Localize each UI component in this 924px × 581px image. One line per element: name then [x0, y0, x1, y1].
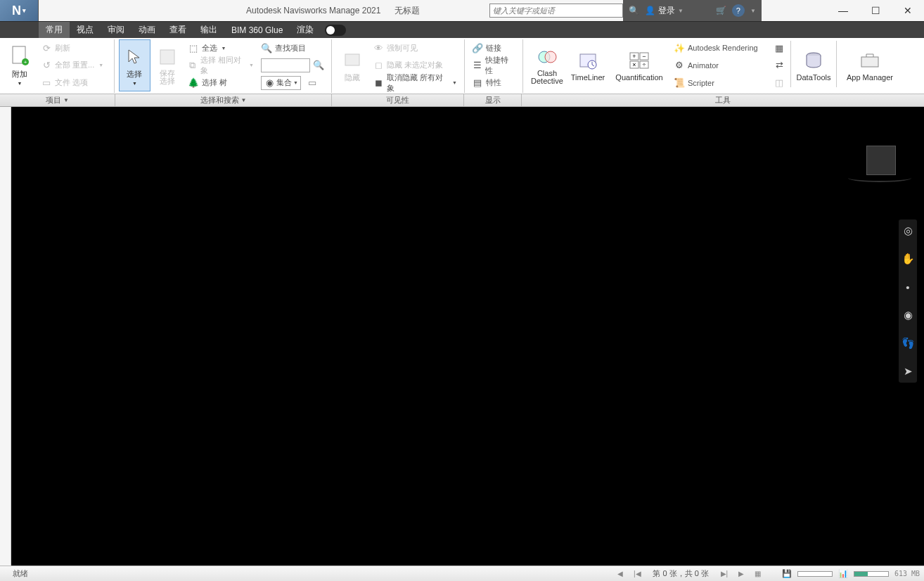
quick-props-button[interactable]: ☰快捷特性 [469, 58, 518, 73]
document-name: 无标题 [394, 6, 420, 15]
left-dock[interactable] [0, 107, 11, 566]
tab-common[interactable]: 常用 [39, 22, 70, 39]
select-all-button[interactable]: ⬚全选▼ [185, 40, 257, 56]
maximize-button[interactable]: ☐ [859, 0, 892, 21]
tab-view[interactable]: 查看 [162, 22, 193, 39]
unhide-all-button[interactable]: ◼取消隐藏 所有对象▼ [370, 75, 460, 91]
app-manager-button[interactable]: App Manager [840, 39, 900, 91]
animator-button[interactable]: ⚙Animator [671, 58, 769, 73]
quick-find-input[interactable] [261, 58, 310, 72]
selection-tree-button[interactable]: 🌲选择 树 [185, 75, 257, 91]
attach-button[interactable]: + 附加 ▼ [3, 39, 37, 91]
addon-toggle[interactable] [325, 25, 346, 36]
reset-icon: ↺ [41, 60, 52, 71]
svg-point-6 [545, 51, 556, 63]
chevron-down-icon: ▼ [18, 81, 23, 86]
chevron-down-icon: ▼ [63, 97, 69, 103]
cart-icon[interactable]: 🛒 [716, 6, 726, 15]
zoom-icon[interactable]: • [901, 280, 915, 294]
refresh-button[interactable]: ⟳刷新 [38, 40, 106, 56]
viewport-3d[interactable]: ◎ ✋ • ◉ 👣 ➤ [11, 107, 924, 566]
scripter-label: Scripter [688, 79, 714, 87]
svg-rect-4 [345, 54, 359, 65]
properties-button[interactable]: ▤特性 [469, 75, 518, 91]
sets-panel-icon[interactable]: ▭ [307, 77, 318, 89]
refresh-label: 刷新 [55, 43, 70, 53]
group-label-project[interactable]: 项目▼ [0, 94, 115, 106]
hide-icon [341, 49, 364, 71]
force-visible-button[interactable]: 👁强制可见 [370, 40, 460, 56]
window-controls: — ☐ ✕ [827, 0, 924, 21]
login-label: 登录 [658, 5, 675, 17]
svg-rect-18 [861, 57, 878, 67]
select-nav-icon[interactable]: ➤ [901, 364, 915, 378]
close-button[interactable]: ✕ [892, 0, 924, 21]
reset-all-button[interactable]: ↺全部 重置...▼ [38, 58, 106, 73]
prev-sheet-button[interactable]: ◀ [615, 568, 626, 580]
file-options-button[interactable]: ▭文件 选项 [38, 75, 106, 91]
properties-label: 特性 [486, 77, 501, 88]
save-icon [156, 46, 179, 68]
rendering-button[interactable]: ✨Autodesk Rendering [671, 40, 769, 56]
hide-unselected-button[interactable]: ◻隐藏 未选定对象 [370, 58, 460, 73]
group-label-tools: 工具 [522, 94, 924, 106]
timeliner-button[interactable]: TimeLiner [568, 39, 608, 91]
minimize-button[interactable]: — [827, 0, 859, 21]
help-button[interactable]: ? [732, 4, 745, 17]
document-add-icon: + [8, 45, 31, 68]
tab-animation[interactable]: 动画 [131, 22, 162, 39]
sets-dropdown[interactable]: ◉ 集合 ▼ [261, 76, 301, 90]
viewcube-compass[interactable] [848, 174, 911, 182]
select-same-button[interactable]: ⧉选择 相同对象▼ [185, 58, 257, 73]
viewcube[interactable] [866, 146, 896, 175]
appearance-profiler-button[interactable]: ▦ [771, 40, 788, 56]
find-items-button[interactable]: 🔍查找项目 [258, 40, 327, 56]
tab-bim360[interactable]: BIM 360 Glue [224, 22, 290, 39]
search-input[interactable] [489, 4, 623, 18]
orbit-icon[interactable]: ◉ [901, 308, 915, 322]
next-sheet-button[interactable]: ▶ [736, 568, 747, 580]
login-button[interactable]: 👤 登录 ▼ [645, 5, 684, 17]
first-sheet-button[interactable]: |◀ [631, 568, 643, 580]
pan-icon[interactable]: ✋ [901, 252, 915, 266]
tab-viewpoint[interactable]: 视点 [70, 22, 101, 39]
clash-label: Clash Detective [531, 70, 563, 85]
group-label-select-search[interactable]: 选择和搜索▼ [115, 94, 332, 106]
select-button[interactable]: 选择 ▼ [119, 39, 150, 91]
quantification-button[interactable]: +−×÷ Quantification [609, 39, 669, 91]
tree-icon: 🌲 [188, 77, 199, 89]
search-icon[interactable]: 🔍 [629, 6, 639, 15]
tab-output[interactable]: 输出 [193, 22, 224, 39]
unhide-icon: ◼ [373, 77, 383, 89]
compare-button[interactable]: ◫ [771, 75, 788, 91]
save-selection-button[interactable]: 保存 选择 [152, 39, 184, 91]
svg-text:−: − [642, 53, 646, 60]
last-sheet-button[interactable]: ▶| [719, 568, 730, 580]
status-ready: 就绪 [0, 568, 28, 579]
svg-text:+: + [632, 53, 636, 60]
batch-utility-button[interactable]: ⇄ [771, 58, 788, 73]
search-go-icon[interactable]: 🔍 [313, 60, 324, 71]
sheet-browser-icon[interactable]: ▦ [752, 568, 764, 580]
ribbon-group-visibility: 隐藏 👁强制可见 ◻隐藏 未选定对象 ◼取消隐藏 所有对象▼ [333, 38, 463, 94]
hide-button[interactable]: 隐藏 [336, 39, 368, 91]
steering-wheel-icon[interactable]: ◎ [901, 224, 915, 238]
tab-render[interactable]: 渲染 [290, 22, 321, 39]
tab-review[interactable]: 审阅 [101, 22, 131, 39]
app-menu-button[interactable]: N▾ [0, 0, 39, 21]
window-title: Autodesk Navisworks Manage 2021 无标题 [246, 5, 420, 17]
ribbon-group-select-search: 选择 ▼ 保存 选择 ⬚全选▼ ⧉选择 相同对象▼ 🌲选择 树 🔍查找项目 🔍 [116, 38, 330, 94]
scripter-button[interactable]: 📜Scripter [671, 75, 769, 91]
look-icon[interactable]: 👣 [901, 336, 915, 350]
clash-detective-button[interactable]: Clash Detective [527, 39, 567, 91]
rendering-label: Autodesk Rendering [688, 44, 758, 52]
datatools-button[interactable]: DataTools [794, 39, 833, 91]
datatools-label: DataTools [797, 73, 831, 82]
find-items-label: 查找项目 [275, 43, 306, 53]
display-group-text: 显示 [485, 95, 501, 106]
links-button[interactable]: 🔗链接 [469, 40, 518, 56]
select-all-icon: ⬚ [188, 42, 199, 53]
chevron-down-icon: ▼ [678, 8, 684, 14]
svg-text:×: × [632, 61, 636, 68]
select-label: 选择 [127, 69, 142, 79]
